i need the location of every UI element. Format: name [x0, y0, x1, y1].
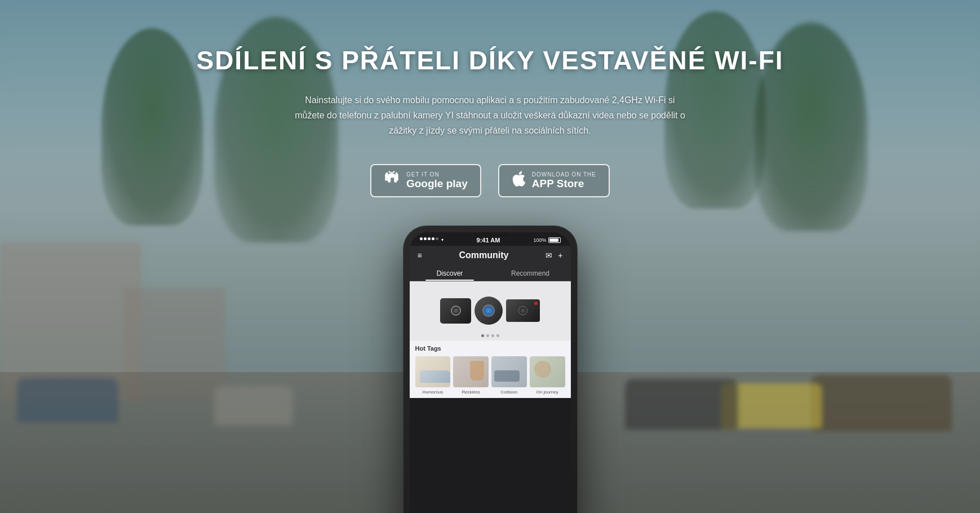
- header-icons: ✉ +: [546, 251, 562, 260]
- android-icon: [384, 171, 400, 191]
- tag-journey[interactable]: On journey: [530, 356, 565, 395]
- phone-screen: ▾ 9:41 AM 100% ≡ Community ✉: [410, 232, 571, 513]
- thumb-hand-shape: [470, 361, 484, 381]
- store-buttons: GET IT ON Google play Download on the AP…: [370, 164, 610, 197]
- slider-dot-4: [496, 334, 499, 337]
- tag-label-collision: Collision: [500, 390, 517, 395]
- app-store-button[interactable]: Download on the APP Store: [498, 164, 610, 197]
- hot-tags-title: Hot Tags: [415, 345, 565, 352]
- journey-person: [534, 361, 551, 378]
- tag-thumb-humorous: [415, 356, 451, 387]
- tag-label-journey: On journey: [536, 390, 558, 395]
- hero-subtitle: Nainstalujte si do svého mobilu pomocnou…: [293, 92, 688, 139]
- signal-dot-5: [436, 237, 438, 240]
- wifi-icon: ▾: [441, 237, 444, 242]
- app-title: Community: [459, 250, 508, 260]
- slider-dots: [481, 334, 499, 337]
- tag-thumb-reckless: [453, 356, 489, 387]
- app-header: ≡ Community ✉ +: [410, 246, 571, 265]
- tag-thumb-journey: [530, 356, 565, 387]
- slider-dot-2: [486, 334, 489, 337]
- thumb-car: [420, 370, 451, 383]
- app-store-large-label: APP Store: [532, 178, 596, 190]
- tag-collision[interactable]: Collision: [491, 356, 527, 395]
- google-play-large-label: Google play: [406, 178, 468, 190]
- tag-humorous[interactable]: Humorous: [415, 356, 451, 395]
- phone-notch: [473, 232, 507, 237]
- camera-dashcam: [440, 298, 471, 324]
- slider-dot-1: [481, 334, 484, 337]
- tag-label-reckless: Reckless: [462, 390, 480, 395]
- battery-fill: [549, 238, 558, 242]
- battery-icon: [548, 237, 561, 243]
- battery-text: 100%: [533, 237, 546, 243]
- thumb-collision-bg: [491, 356, 527, 387]
- message-icon[interactable]: ✉: [546, 251, 552, 260]
- signal-dot-3: [428, 237, 431, 240]
- dashcam-lens: [451, 306, 461, 316]
- thumb-journey-bg: [530, 356, 565, 387]
- google-play-text: GET IT ON Google play: [406, 171, 468, 190]
- signal-dots: ▾: [420, 237, 444, 242]
- battery-indicator: 100%: [533, 237, 560, 243]
- content-container: SDÍLENÍ S PŘÁTELI DÍKY VESTAVĚNÉ WI-FI N…: [0, 0, 980, 513]
- signal-dot-4: [432, 237, 434, 240]
- page-title: SDÍLENÍ S PŘÁTELI DÍKY VESTAVĚNÉ WI-FI: [196, 45, 783, 76]
- thumb-reckless-bg: [453, 356, 489, 387]
- camera-ptz: [475, 297, 503, 325]
- tag-reckless[interactable]: Reckless: [453, 356, 489, 395]
- app-store-small-label: Download on the: [532, 171, 596, 178]
- hot-tags-section: Hot Tags Humorous: [410, 340, 571, 398]
- tab-discover[interactable]: Discover: [410, 265, 490, 281]
- tag-thumb-collision: [491, 356, 527, 387]
- google-play-small-label: GET IT ON: [406, 171, 468, 178]
- ptz-lens: [482, 304, 495, 317]
- signal-dot-2: [424, 237, 427, 240]
- signal-dot-1: [420, 237, 423, 240]
- dashcam2-lens: [518, 306, 527, 315]
- thumb-humorous-bg: [415, 356, 451, 387]
- tag-images: Humorous Reckless: [415, 356, 565, 395]
- google-play-button[interactable]: GET IT ON Google play: [370, 164, 481, 197]
- tag-label-humorous: Humorous: [422, 390, 443, 395]
- app-store-text: Download on the APP Store: [532, 171, 596, 190]
- camera-dashcam2: [506, 299, 540, 322]
- collision-car-shape: [494, 370, 520, 382]
- dashcam2-indicator: [534, 302, 538, 305]
- phone-mockup: ▾ 9:41 AM 100% ≡ Community ✉: [403, 225, 578, 496]
- product-slider: [410, 281, 571, 340]
- slider-dot-3: [491, 334, 494, 337]
- add-icon[interactable]: +: [558, 251, 562, 260]
- camera-products: [440, 297, 540, 325]
- apple-icon: [512, 171, 525, 191]
- hamburger-icon[interactable]: ≡: [418, 251, 422, 260]
- app-tabs: Discover Recommend: [410, 265, 571, 281]
- phone-outer: ▾ 9:41 AM 100% ≡ Community ✉: [403, 225, 578, 513]
- status-time: 9:41 AM: [477, 237, 500, 244]
- tab-recommend[interactable]: Recommend: [490, 265, 571, 281]
